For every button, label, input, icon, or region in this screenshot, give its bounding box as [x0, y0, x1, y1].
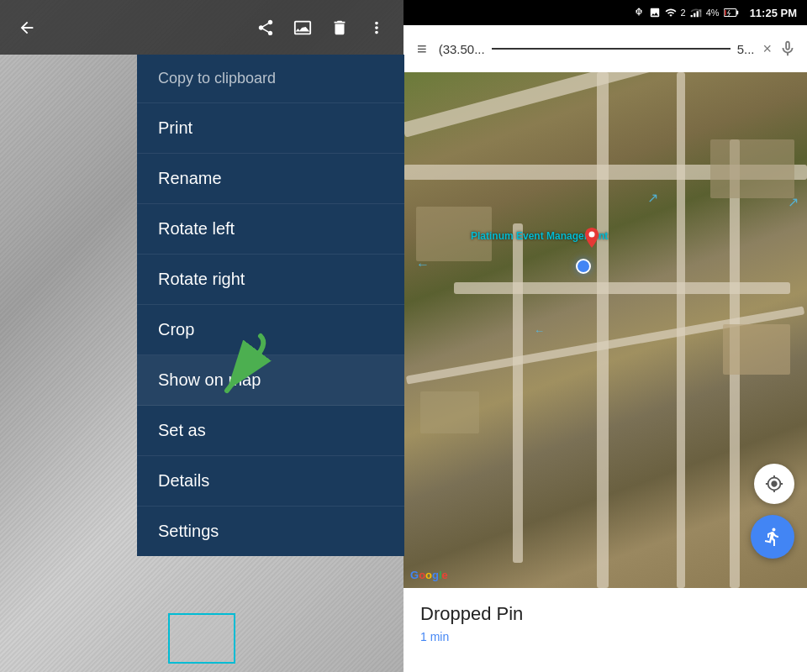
road-vertical-1 [597, 72, 609, 588]
top-toolbar [0, 0, 404, 55]
menu-item-rotate-left[interactable]: Rotate left [137, 204, 404, 255]
nav-arrow-1: ↗ [647, 190, 658, 206]
dropped-pin-title: Dropped Pin [420, 603, 790, 625]
delete-button[interactable] [321, 9, 358, 46]
battery-percent: 4% [706, 8, 720, 18]
signal-bars-icon [690, 7, 702, 18]
satellite-map: ↗ ↗ ← ← Platinum Event Management Google [404, 72, 807, 588]
bottom-info-panel: Dropped Pin 1 min [404, 588, 807, 672]
search-clear-button[interactable]: × [762, 40, 772, 58]
menu-item-details[interactable]: Details [137, 456, 404, 507]
google-logo: Google [410, 569, 448, 581]
svg-rect-6 [725, 10, 726, 16]
menu-item-rotate-right[interactable]: Rotate right [137, 255, 404, 305]
status-icons: 2 4% 11:25 PM [633, 7, 797, 19]
svg-rect-4 [699, 9, 701, 17]
svg-rect-3 [696, 11, 698, 17]
road-vertical-4 [677, 72, 685, 588]
green-arrow-indicator [193, 328, 294, 412]
wifi-icon [665, 7, 677, 18]
road-horizontal-3 [454, 282, 790, 294]
menu-item-print[interactable]: Print [137, 103, 404, 154]
building-block-2 [710, 139, 794, 198]
menu-item-rename[interactable]: Rename [137, 154, 404, 204]
maps-menu-button[interactable]: ≡ [414, 36, 430, 62]
share-button[interactable] [247, 9, 284, 46]
edit-image-button[interactable] [284, 9, 321, 46]
battery-icon [724, 8, 739, 18]
signal-indicator: 2 [681, 8, 686, 18]
svg-point-8 [589, 232, 595, 238]
status-time: 11:25 PM [750, 7, 797, 19]
nav-arrow-3: ← [416, 257, 430, 272]
search-value-text: (33.50... [439, 42, 485, 56]
right-panel: 2 4% 11:25 PM ≡ (33.50... [404, 0, 807, 672]
building-block-1 [723, 324, 790, 375]
nav-arrow-4: ← [534, 324, 545, 337]
status-bar: 2 4% 11:25 PM [404, 0, 807, 25]
search-suffix: 5... [737, 42, 755, 56]
back-button[interactable] [8, 9, 45, 46]
context-menu: Copy to clipboard Print Rename Rotate le… [137, 55, 404, 556]
current-location-dot [576, 259, 591, 274]
search-underline [492, 48, 731, 50]
nav-arrow-2: ↗ [788, 194, 799, 210]
travel-time-label: 1 min [420, 630, 790, 643]
image-thumbnail [168, 613, 235, 664]
notification-icon [649, 7, 661, 18]
left-panel: Copy to clipboard Print Rename Rotate le… [0, 0, 404, 672]
menu-item-settings[interactable]: Settings [137, 507, 404, 556]
road-vertical-3 [513, 223, 523, 563]
svg-rect-7 [736, 11, 738, 15]
menu-item-copy-to-clipboard[interactable]: Copy to clipboard [137, 55, 404, 103]
usb-icon [633, 7, 645, 18]
map-area[interactable]: ↗ ↗ ← ← Platinum Event Management Google [404, 72, 807, 588]
svg-rect-2 [694, 13, 695, 18]
voice-search-button[interactable] [778, 39, 797, 58]
building-block-3 [420, 391, 479, 433]
more-options-button[interactable] [358, 9, 395, 46]
svg-rect-1 [690, 15, 692, 17]
maps-search-bar: ≡ (33.50... 5... × [404, 25, 807, 72]
map-pin [580, 228, 604, 261]
menu-item-set-as[interactable]: Set as [137, 406, 404, 456]
my-location-button[interactable] [754, 464, 794, 504]
search-actions: × [762, 39, 797, 58]
navigation-walk-button[interactable] [751, 515, 794, 559]
